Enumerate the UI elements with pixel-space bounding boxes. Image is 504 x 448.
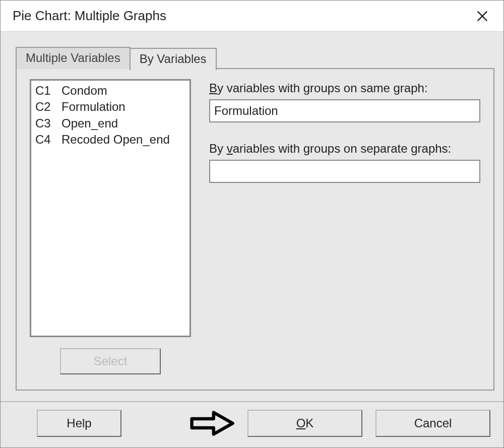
right-column: By variables with groups on same graph: …: [209, 79, 480, 374]
list-item[interactable]: C4Recoded Open_end: [35, 132, 185, 148]
dialog-window: Pie Chart: Multiple Graphs Multiple Vari…: [0, 0, 504, 448]
tab-by-variables[interactable]: By Variables: [130, 48, 217, 70]
annotation-arrow-container: [132, 409, 237, 437]
dialog-body: Multiple Variables By Variables C1Condom…: [1, 32, 503, 401]
list-item[interactable]: C2Formulation: [35, 99, 185, 115]
dialog-title: Pie Chart: Multiple Graphs: [13, 8, 166, 24]
select-button: Select: [60, 348, 161, 374]
tab-multiple-variables[interactable]: Multiple Variables: [16, 47, 131, 69]
cancel-button[interactable]: Cancel: [375, 410, 490, 437]
column-name: Recoded Open_end: [61, 132, 170, 148]
list-item[interactable]: C3Open_end: [35, 115, 185, 132]
help-button[interactable]: Help: [37, 410, 121, 437]
dialog-footer: Help OK Cancel: [1, 401, 503, 447]
ok-button[interactable]: OK: [247, 410, 362, 437]
title-bar: Pie Chart: Multiple Graphs: [1, 1, 503, 32]
tab-strip: Multiple Variables By Variables: [16, 47, 494, 69]
label-separate-graphs: By variables with groups on separate gra…: [209, 142, 480, 156]
column-id: C2: [35, 99, 61, 115]
list-item[interactable]: C1Condom: [35, 83, 185, 99]
close-icon[interactable]: [471, 5, 493, 27]
column-id: C4: [35, 132, 61, 148]
column-name: Open_end: [61, 115, 118, 132]
column-id: C3: [35, 115, 61, 132]
mnemonic-v: v: [227, 142, 233, 155]
input-by-variables-same-graph[interactable]: [209, 99, 480, 122]
column-name: Formulation: [61, 99, 125, 115]
left-column: C1CondomC2FormulationC3Open_endC4Recoded…: [30, 79, 191, 374]
arrow-right-icon: [190, 409, 235, 437]
column-name: Condom: [61, 83, 107, 99]
mnemonic-o: O: [296, 416, 306, 430]
variable-listbox[interactable]: C1CondomC2FormulationC3Open_endC4Recoded…: [30, 79, 191, 337]
mnemonic-b: B: [209, 81, 217, 95]
tab-panel-by-variables: C1CondomC2FormulationC3Open_endC4Recoded…: [16, 68, 494, 391]
input-by-variables-separate-graphs[interactable]: [209, 160, 480, 183]
label-same-graph: By variables with groups on same graph:: [209, 81, 480, 95]
column-id: C1: [35, 83, 61, 99]
